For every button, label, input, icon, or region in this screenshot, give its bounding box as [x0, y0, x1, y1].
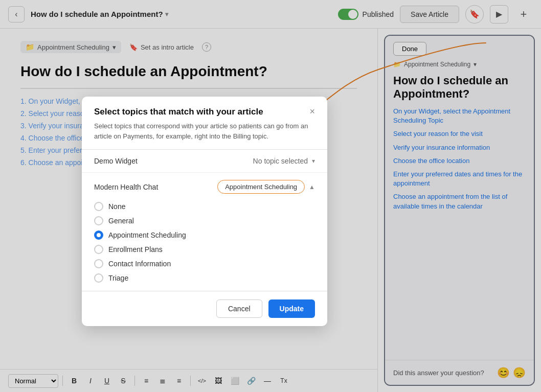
- radio-circle-selected: [94, 230, 103, 240]
- radio-label-general: General: [108, 217, 134, 225]
- radio-list: None General Appointment Scheduling Enro…: [82, 198, 327, 291]
- demo-widget-arrow: ▾: [312, 157, 315, 165]
- topics-modal: Select topics that match with your artic…: [82, 97, 327, 326]
- update-button[interactable]: Update: [268, 299, 315, 318]
- radio-circle: [94, 245, 103, 254]
- radio-dot: [97, 233, 101, 237]
- demo-widget-row: Demo Widget No topic selected ▾: [82, 150, 327, 173]
- radio-label-appointment-scheduling: Appointment Scheduling: [108, 231, 186, 239]
- demo-widget-topic-label: No topic selected: [253, 157, 308, 165]
- radio-circle: [94, 259, 103, 268]
- modal-overlay: Select topics that match with your artic…: [0, 0, 541, 392]
- radio-circle: [94, 216, 103, 225]
- radio-label-contact-information: Contact Information: [108, 260, 171, 268]
- radio-circle: [94, 273, 103, 283]
- radio-label-enrollment-plans: Enrollment Plans: [108, 245, 163, 253]
- radio-item-none[interactable]: None: [94, 202, 315, 211]
- selected-topic-pill: Appointment Scheduling: [217, 180, 305, 194]
- radio-item-contact-information[interactable]: Contact Information: [94, 259, 315, 268]
- demo-widget-name: Demo Widget: [94, 157, 138, 165]
- radio-item-enrollment-plans[interactable]: Enrollment Plans: [94, 245, 315, 254]
- collapse-arrow-icon[interactable]: ▲: [309, 183, 315, 191]
- modern-health-chat-topic[interactable]: Appointment Scheduling ▲: [217, 180, 315, 194]
- modal-header: Select topics that match with your artic…: [82, 97, 327, 117]
- modern-health-chat-row: Modern Health Chat Appointment Schedulin…: [82, 173, 327, 198]
- modal-footer: Cancel Update: [82, 291, 327, 326]
- radio-item-triage[interactable]: Triage: [94, 273, 315, 283]
- radio-circle: [94, 202, 103, 211]
- modal-title: Select topics that match with your artic…: [94, 107, 263, 117]
- cancel-button[interactable]: Cancel: [216, 299, 262, 318]
- radio-item-appointment-scheduling[interactable]: Appointment Scheduling: [94, 230, 315, 240]
- radio-label-triage: Triage: [108, 274, 128, 282]
- selected-topic-text: Appointment Scheduling: [225, 183, 297, 191]
- demo-widget-topic-select[interactable]: No topic selected ▾: [253, 157, 315, 165]
- radio-label-none: None: [108, 202, 125, 211]
- modal-close-button[interactable]: ×: [309, 107, 315, 116]
- radio-item-general[interactable]: General: [94, 216, 315, 225]
- modern-health-chat-name: Modern Health Chat: [94, 183, 158, 191]
- modal-description: Select topics that correspond with your …: [82, 117, 327, 149]
